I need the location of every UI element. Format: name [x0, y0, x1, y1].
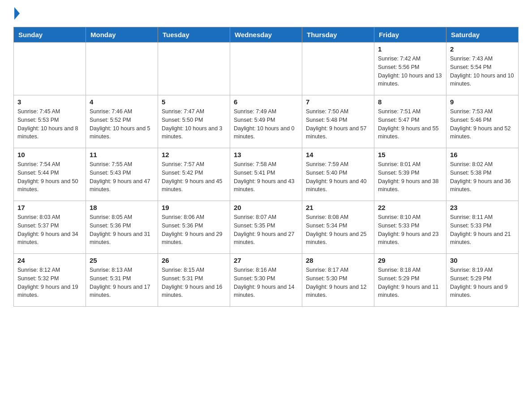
week-row-4: 17Sunrise: 8:03 AM Sunset: 5:37 PM Dayli…	[14, 201, 519, 254]
calendar-cell	[158, 43, 230, 95]
calendar-header-saturday: Saturday	[446, 27, 519, 43]
day-info: Sunrise: 8:10 AM Sunset: 5:33 PM Dayligh…	[378, 213, 442, 247]
day-info: Sunrise: 7:46 AM Sunset: 5:52 PM Dayligh…	[90, 107, 154, 141]
day-number: 6	[234, 98, 298, 106]
calendar-cell	[14, 43, 86, 95]
day-number: 21	[306, 204, 370, 211]
day-info: Sunrise: 7:53 AM Sunset: 5:46 PM Dayligh…	[450, 107, 515, 141]
day-number: 17	[17, 204, 82, 211]
day-info: Sunrise: 8:17 AM Sunset: 5:30 PM Dayligh…	[306, 266, 370, 300]
day-number: 5	[162, 98, 226, 106]
day-number: 22	[378, 204, 442, 211]
calendar-cell: 19Sunrise: 8:06 AM Sunset: 5:36 PM Dayli…	[158, 201, 230, 254]
calendar-cell: 7Sunrise: 7:50 AM Sunset: 5:48 PM Daylig…	[302, 95, 374, 148]
day-info: Sunrise: 8:13 AM Sunset: 5:31 PM Dayligh…	[90, 266, 154, 300]
day-info: Sunrise: 8:03 AM Sunset: 5:37 PM Dayligh…	[17, 213, 82, 247]
day-info: Sunrise: 8:11 AM Sunset: 5:33 PM Dayligh…	[450, 213, 515, 247]
calendar-cell: 10Sunrise: 7:54 AM Sunset: 5:44 PM Dayli…	[14, 148, 86, 201]
day-info: Sunrise: 7:47 AM Sunset: 5:50 PM Dayligh…	[162, 107, 226, 141]
calendar-cell: 29Sunrise: 8:18 AM Sunset: 5:29 PM Dayli…	[374, 254, 446, 307]
day-number: 29	[378, 257, 442, 264]
day-info: Sunrise: 8:02 AM Sunset: 5:38 PM Dayligh…	[450, 160, 515, 194]
day-info: Sunrise: 8:18 AM Sunset: 5:29 PM Dayligh…	[378, 266, 442, 300]
day-info: Sunrise: 7:51 AM Sunset: 5:47 PM Dayligh…	[378, 107, 442, 141]
day-info: Sunrise: 7:59 AM Sunset: 5:40 PM Dayligh…	[306, 160, 370, 194]
week-row-2: 3Sunrise: 7:45 AM Sunset: 5:53 PM Daylig…	[14, 95, 519, 148]
day-info: Sunrise: 8:05 AM Sunset: 5:36 PM Dayligh…	[90, 213, 154, 247]
day-info: Sunrise: 7:43 AM Sunset: 5:54 PM Dayligh…	[450, 55, 515, 88]
day-number: 24	[17, 257, 82, 264]
day-info: Sunrise: 7:42 AM Sunset: 5:56 PM Dayligh…	[378, 55, 442, 88]
day-number: 2	[450, 45, 515, 53]
day-info: Sunrise: 8:12 AM Sunset: 5:32 PM Dayligh…	[17, 266, 82, 300]
day-number: 3	[17, 98, 82, 106]
calendar-cell: 21Sunrise: 8:08 AM Sunset: 5:34 PM Dayli…	[302, 201, 374, 254]
week-row-3: 10Sunrise: 7:54 AM Sunset: 5:44 PM Dayli…	[14, 148, 519, 201]
day-number: 10	[17, 151, 82, 158]
day-number: 8	[378, 98, 442, 106]
day-number: 11	[90, 151, 154, 158]
calendar-cell	[86, 43, 158, 95]
day-number: 26	[162, 257, 226, 264]
calendar-cell: 18Sunrise: 8:05 AM Sunset: 5:36 PM Dayli…	[86, 201, 158, 254]
day-number: 28	[306, 257, 370, 264]
day-number: 27	[234, 257, 298, 264]
calendar-cell: 12Sunrise: 7:57 AM Sunset: 5:42 PM Dayli…	[158, 148, 230, 201]
day-number: 16	[450, 151, 515, 158]
calendar-cell: 16Sunrise: 8:02 AM Sunset: 5:38 PM Dayli…	[446, 148, 519, 201]
calendar-header-sunday: Sunday	[14, 27, 86, 43]
day-number: 18	[90, 204, 154, 211]
calendar-cell: 3Sunrise: 7:45 AM Sunset: 5:53 PM Daylig…	[14, 95, 86, 148]
calendar-header-tuesday: Tuesday	[158, 27, 230, 43]
day-number: 25	[90, 257, 154, 264]
calendar-header-friday: Friday	[374, 27, 446, 43]
calendar-header-thursday: Thursday	[302, 27, 374, 43]
calendar-cell: 1Sunrise: 7:42 AM Sunset: 5:56 PM Daylig…	[374, 43, 446, 95]
day-number: 4	[90, 98, 154, 106]
calendar-cell: 24Sunrise: 8:12 AM Sunset: 5:32 PM Dayli…	[14, 254, 86, 307]
calendar-cell: 26Sunrise: 8:15 AM Sunset: 5:31 PM Dayli…	[158, 254, 230, 307]
day-info: Sunrise: 7:58 AM Sunset: 5:41 PM Dayligh…	[234, 160, 298, 194]
calendar-cell: 13Sunrise: 7:58 AM Sunset: 5:41 PM Dayli…	[230, 148, 302, 201]
calendar-cell	[302, 43, 374, 95]
calendar-cell: 20Sunrise: 8:07 AM Sunset: 5:35 PM Dayli…	[230, 201, 302, 254]
day-info: Sunrise: 8:16 AM Sunset: 5:30 PM Dayligh…	[234, 266, 298, 300]
page-header	[13, 9, 519, 20]
day-number: 9	[450, 98, 515, 106]
calendar-cell: 22Sunrise: 8:10 AM Sunset: 5:33 PM Dayli…	[374, 201, 446, 254]
calendar-cell: 15Sunrise: 8:01 AM Sunset: 5:39 PM Dayli…	[374, 148, 446, 201]
calendar-cell: 9Sunrise: 7:53 AM Sunset: 5:46 PM Daylig…	[446, 95, 519, 148]
day-number: 30	[450, 257, 515, 264]
logo	[13, 9, 20, 20]
day-number: 19	[162, 204, 226, 211]
calendar-cell: 4Sunrise: 7:46 AM Sunset: 5:52 PM Daylig…	[86, 95, 158, 148]
day-info: Sunrise: 7:54 AM Sunset: 5:44 PM Dayligh…	[17, 160, 82, 194]
day-info: Sunrise: 7:57 AM Sunset: 5:42 PM Dayligh…	[162, 160, 226, 194]
day-info: Sunrise: 8:01 AM Sunset: 5:39 PM Dayligh…	[378, 160, 442, 194]
day-info: Sunrise: 7:49 AM Sunset: 5:49 PM Dayligh…	[234, 107, 298, 141]
day-info: Sunrise: 7:55 AM Sunset: 5:43 PM Dayligh…	[90, 160, 154, 194]
calendar-cell: 17Sunrise: 8:03 AM Sunset: 5:37 PM Dayli…	[14, 201, 86, 254]
calendar-cell: 5Sunrise: 7:47 AM Sunset: 5:50 PM Daylig…	[158, 95, 230, 148]
calendar-cell: 23Sunrise: 8:11 AM Sunset: 5:33 PM Dayli…	[446, 201, 519, 254]
day-info: Sunrise: 8:07 AM Sunset: 5:35 PM Dayligh…	[234, 213, 298, 247]
day-number: 20	[234, 204, 298, 211]
calendar-cell: 14Sunrise: 7:59 AM Sunset: 5:40 PM Dayli…	[302, 148, 374, 201]
calendar-cell: 11Sunrise: 7:55 AM Sunset: 5:43 PM Dayli…	[86, 148, 158, 201]
day-number: 7	[306, 98, 370, 106]
calendar-header-wednesday: Wednesday	[230, 27, 302, 43]
day-number: 12	[162, 151, 226, 158]
day-info: Sunrise: 7:50 AM Sunset: 5:48 PM Dayligh…	[306, 107, 370, 141]
calendar-cell: 2Sunrise: 7:43 AM Sunset: 5:54 PM Daylig…	[446, 43, 519, 95]
calendar-cell: 6Sunrise: 7:49 AM Sunset: 5:49 PM Daylig…	[230, 95, 302, 148]
day-info: Sunrise: 7:45 AM Sunset: 5:53 PM Dayligh…	[17, 107, 82, 141]
week-row-5: 24Sunrise: 8:12 AM Sunset: 5:32 PM Dayli…	[14, 254, 519, 307]
day-info: Sunrise: 8:19 AM Sunset: 5:29 PM Dayligh…	[450, 266, 515, 300]
day-number: 1	[378, 45, 442, 53]
calendar-header-row: SundayMondayTuesdayWednesdayThursdayFrid…	[14, 27, 519, 43]
day-info: Sunrise: 8:08 AM Sunset: 5:34 PM Dayligh…	[306, 213, 370, 247]
day-number: 15	[378, 151, 442, 158]
day-info: Sunrise: 8:06 AM Sunset: 5:36 PM Dayligh…	[162, 213, 226, 247]
calendar-cell: 27Sunrise: 8:16 AM Sunset: 5:30 PM Dayli…	[230, 254, 302, 307]
day-number: 14	[306, 151, 370, 158]
